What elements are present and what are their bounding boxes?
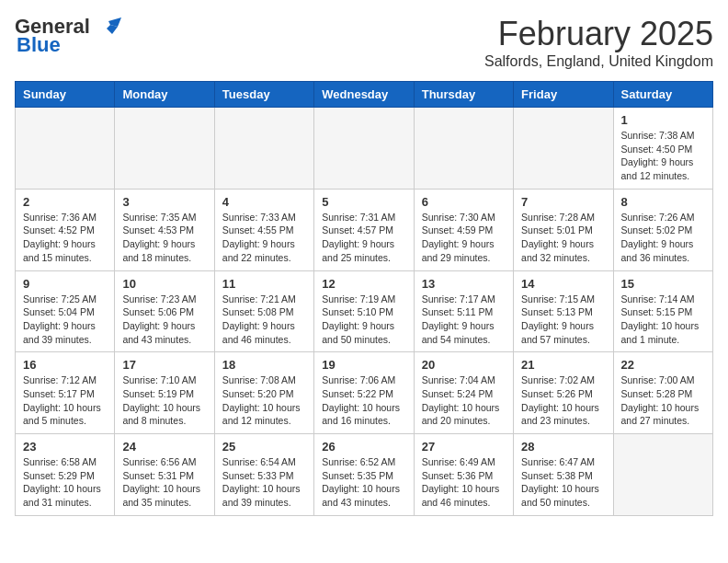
day-number: 24 [122, 440, 206, 454]
day-number: 27 [422, 440, 506, 454]
day-info: Sunrise: 7:04 AM Sunset: 5:24 PM Dayligh… [422, 373, 506, 428]
title-block: February 2025 Salfords, England, United … [484, 15, 713, 70]
day-number: 14 [521, 277, 605, 291]
day-number: 3 [122, 195, 206, 209]
logo-blue: Blue [17, 33, 61, 57]
day-number: 11 [222, 277, 306, 291]
calendar-day-cell: 2Sunrise: 7:36 AM Sunset: 4:52 PM Daylig… [16, 189, 115, 270]
day-info: Sunrise: 7:15 AM Sunset: 5:13 PM Dayligh… [521, 293, 605, 347]
location: Salfords, England, United Kingdom [484, 53, 713, 70]
day-number: 20 [422, 358, 506, 372]
day-number: 4 [222, 195, 306, 209]
calendar-day-cell [115, 108, 214, 190]
calendar-day-cell: 22Sunrise: 7:00 AM Sunset: 5:28 PM Dayli… [613, 352, 712, 434]
day-number: 15 [621, 277, 705, 291]
calendar-day-cell: 18Sunrise: 7:08 AM Sunset: 5:20 PM Dayli… [214, 352, 313, 434]
day-number: 10 [122, 277, 206, 291]
day-number: 18 [222, 358, 306, 372]
calendar-day-cell: 9Sunrise: 7:25 AM Sunset: 5:04 PM Daylig… [16, 270, 115, 352]
day-number: 22 [621, 358, 705, 372]
calendar-week-row: 23Sunrise: 6:58 AM Sunset: 5:29 PM Dayli… [16, 434, 713, 516]
calendar-day-cell: 24Sunrise: 6:56 AM Sunset: 5:31 PM Dayli… [115, 434, 214, 516]
day-number: 5 [322, 195, 405, 209]
calendar-day-cell [314, 108, 414, 190]
calendar-day-cell [214, 108, 313, 190]
day-number: 21 [521, 358, 605, 372]
day-of-week-header: Tuesday [214, 82, 313, 108]
day-of-week-header: Thursday [414, 82, 513, 108]
calendar-day-cell [414, 108, 513, 190]
day-number: 12 [322, 277, 405, 291]
calendar-day-cell: 13Sunrise: 7:17 AM Sunset: 5:11 PM Dayli… [414, 270, 513, 352]
logo-bird-icon [92, 17, 121, 36]
day-number: 6 [422, 195, 506, 209]
calendar-day-cell: 5Sunrise: 7:31 AM Sunset: 4:57 PM Daylig… [314, 189, 414, 270]
calendar-day-cell [16, 108, 115, 190]
calendar-day-cell: 16Sunrise: 7:12 AM Sunset: 5:17 PM Dayli… [16, 352, 115, 434]
day-number: 23 [23, 440, 107, 454]
day-of-week-header: Monday [115, 82, 214, 108]
day-number: 28 [521, 440, 605, 454]
day-info: Sunrise: 7:35 AM Sunset: 4:53 PM Dayligh… [122, 211, 206, 265]
day-number: 17 [122, 358, 206, 372]
day-info: Sunrise: 7:30 AM Sunset: 4:59 PM Dayligh… [422, 211, 506, 265]
calendar-week-row: 1Sunrise: 7:38 AM Sunset: 4:50 PM Daylig… [16, 108, 713, 190]
day-number: 2 [23, 195, 107, 209]
day-info: Sunrise: 7:25 AM Sunset: 5:04 PM Dayligh… [23, 293, 107, 347]
day-of-week-header: Sunday [16, 82, 115, 108]
day-info: Sunrise: 7:02 AM Sunset: 5:26 PM Dayligh… [521, 373, 605, 428]
calendar-day-cell: 4Sunrise: 7:33 AM Sunset: 4:55 PM Daylig… [214, 189, 313, 270]
calendar-day-cell: 23Sunrise: 6:58 AM Sunset: 5:29 PM Dayli… [16, 434, 115, 516]
month-title: February 2025 [484, 15, 713, 53]
calendar-week-row: 16Sunrise: 7:12 AM Sunset: 5:17 PM Dayli… [16, 352, 713, 434]
day-info: Sunrise: 7:12 AM Sunset: 5:17 PM Dayligh… [23, 373, 107, 428]
calendar-day-cell [514, 108, 613, 190]
day-number: 7 [521, 195, 605, 209]
day-info: Sunrise: 7:06 AM Sunset: 5:22 PM Dayligh… [322, 373, 405, 428]
day-number: 26 [322, 440, 405, 454]
day-number: 25 [222, 440, 306, 454]
day-info: Sunrise: 7:14 AM Sunset: 5:15 PM Dayligh… [621, 293, 705, 347]
calendar-day-cell: 1Sunrise: 7:38 AM Sunset: 4:50 PM Daylig… [613, 108, 712, 190]
day-info: Sunrise: 7:08 AM Sunset: 5:20 PM Dayligh… [222, 373, 306, 428]
day-info: Sunrise: 6:49 AM Sunset: 5:36 PM Dayligh… [422, 455, 506, 510]
day-info: Sunrise: 6:58 AM Sunset: 5:29 PM Dayligh… [23, 455, 107, 510]
day-of-week-header: Wednesday [314, 82, 414, 108]
calendar-day-cell: 19Sunrise: 7:06 AM Sunset: 5:22 PM Dayli… [314, 352, 414, 434]
calendar-header-row: SundayMondayTuesdayWednesdayThursdayFrid… [16, 82, 713, 108]
day-info: Sunrise: 7:19 AM Sunset: 5:10 PM Dayligh… [322, 293, 405, 347]
day-info: Sunrise: 6:52 AM Sunset: 5:35 PM Dayligh… [322, 455, 405, 510]
calendar-day-cell: 12Sunrise: 7:19 AM Sunset: 5:10 PM Dayli… [314, 270, 414, 352]
day-info: Sunrise: 7:17 AM Sunset: 5:11 PM Dayligh… [422, 293, 506, 347]
day-info: Sunrise: 7:21 AM Sunset: 5:08 PM Dayligh… [222, 293, 306, 347]
calendar-day-cell: 27Sunrise: 6:49 AM Sunset: 5:36 PM Dayli… [414, 434, 513, 516]
day-info: Sunrise: 7:31 AM Sunset: 4:57 PM Dayligh… [322, 211, 405, 265]
day-number: 1 [621, 113, 705, 127]
day-info: Sunrise: 6:54 AM Sunset: 5:33 PM Dayligh… [222, 455, 306, 510]
day-of-week-header: Friday [514, 82, 613, 108]
day-info: Sunrise: 7:36 AM Sunset: 4:52 PM Dayligh… [23, 211, 107, 265]
calendar-day-cell: 6Sunrise: 7:30 AM Sunset: 4:59 PM Daylig… [414, 189, 513, 270]
day-info: Sunrise: 6:47 AM Sunset: 5:38 PM Dayligh… [521, 455, 605, 510]
day-number: 16 [23, 358, 107, 372]
page-header: General Blue February 2025 Salfords, Eng… [15, 15, 713, 70]
calendar-day-cell: 15Sunrise: 7:14 AM Sunset: 5:15 PM Dayli… [613, 270, 712, 352]
calendar-day-cell: 26Sunrise: 6:52 AM Sunset: 5:35 PM Dayli… [314, 434, 414, 516]
calendar-week-row: 9Sunrise: 7:25 AM Sunset: 5:04 PM Daylig… [16, 270, 713, 352]
logo: General Blue [15, 15, 121, 57]
day-info: Sunrise: 7:10 AM Sunset: 5:19 PM Dayligh… [122, 373, 206, 428]
calendar-day-cell: 11Sunrise: 7:21 AM Sunset: 5:08 PM Dayli… [214, 270, 313, 352]
day-info: Sunrise: 7:26 AM Sunset: 5:02 PM Dayligh… [621, 211, 705, 265]
day-info: Sunrise: 7:33 AM Sunset: 4:55 PM Dayligh… [222, 211, 306, 265]
day-number: 9 [23, 277, 107, 291]
calendar-day-cell: 3Sunrise: 7:35 AM Sunset: 4:53 PM Daylig… [115, 189, 214, 270]
calendar-day-cell: 7Sunrise: 7:28 AM Sunset: 5:01 PM Daylig… [514, 189, 613, 270]
day-info: Sunrise: 6:56 AM Sunset: 5:31 PM Dayligh… [122, 455, 206, 510]
calendar-day-cell: 28Sunrise: 6:47 AM Sunset: 5:38 PM Dayli… [514, 434, 613, 516]
calendar-day-cell: 14Sunrise: 7:15 AM Sunset: 5:13 PM Dayli… [514, 270, 613, 352]
day-number: 8 [621, 195, 705, 209]
calendar-week-row: 2Sunrise: 7:36 AM Sunset: 4:52 PM Daylig… [16, 189, 713, 270]
day-info: Sunrise: 7:38 AM Sunset: 4:50 PM Dayligh… [621, 129, 705, 183]
calendar-day-cell: 20Sunrise: 7:04 AM Sunset: 5:24 PM Dayli… [414, 352, 513, 434]
calendar-day-cell: 17Sunrise: 7:10 AM Sunset: 5:19 PM Dayli… [115, 352, 214, 434]
